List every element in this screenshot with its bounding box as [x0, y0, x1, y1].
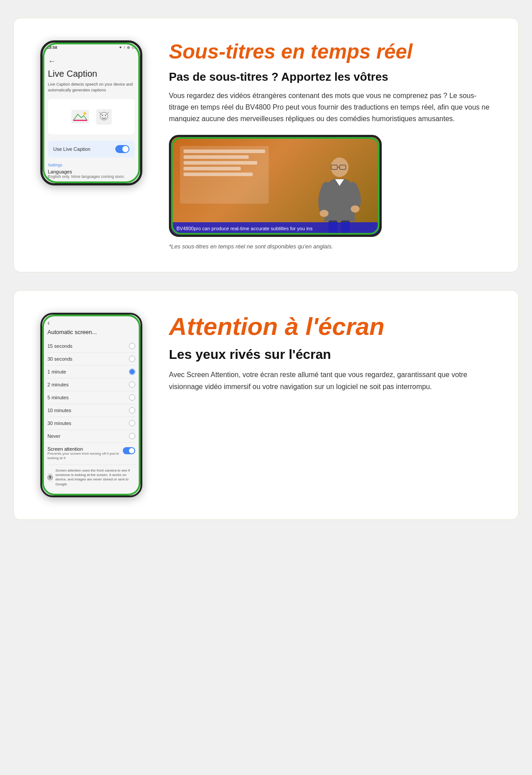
settings-item-2m[interactable]: 2 minutes	[47, 378, 135, 391]
phone-mockup-live-caption: 18:58 ✦ ↑ ⊕ ▭ ← Live Caption Live Captio…	[40, 40, 142, 185]
languages-sub: English only. More languages coming soon…	[48, 174, 135, 179]
screen-attention-footnote: Screen attention uses the front camera t…	[55, 468, 135, 487]
camera-icon-row: Screen attention uses the front camera t…	[47, 465, 135, 491]
wifi-icon: ⊕	[127, 45, 130, 50]
item-label-5m: 5 minutes	[47, 395, 69, 400]
section2-content: Attention à l'écran Les yeux rivés sur l…	[169, 313, 492, 393]
toggle-label: Use Live Caption	[53, 146, 90, 152]
subtitle-bar: BV4800pro can produce real-time accurate…	[171, 222, 379, 235]
settings-phone-mockup: ‹ Automatic screen... 15 seconds 30 seco…	[40, 313, 142, 497]
slide-line-1	[184, 149, 265, 153]
screen-attention-sub: Prevents your screen from turning off if…	[47, 452, 119, 461]
bluetooth-icon: ✦	[119, 45, 122, 50]
item-label-30m: 30 minutes	[47, 421, 71, 426]
settings-item-never[interactable]: Never	[47, 430, 135, 443]
settings-item-15s[interactable]: 15 seconds	[47, 340, 135, 353]
landscape-phone-mockup: BV4800pro can produce real-time accurate…	[169, 135, 382, 237]
signal-icon: ↑	[124, 45, 126, 50]
phone-icons: ✦ ↑ ⊕ ▭	[119, 45, 136, 50]
settings-item-5m[interactable]: 5 minutes	[47, 391, 135, 404]
live-caption-subtitle: Live Caption detects speech on your devi…	[48, 82, 135, 93]
radio-5m[interactable]	[129, 394, 135, 401]
settings-screen: ‹ Automatic screen... 15 seconds 30 seco…	[42, 315, 141, 496]
live-caption-title: Live Caption	[48, 69, 135, 79]
radio-30s[interactable]	[129, 356, 135, 362]
item-label-never: Never	[47, 433, 60, 439]
settings-label: Settings	[48, 163, 135, 167]
radio-never[interactable]	[129, 433, 135, 439]
screen-attention-row[interactable]: Screen attention Prevents your screen fr…	[47, 443, 135, 465]
settings-item-10m[interactable]: 10 minutes	[47, 404, 135, 417]
radio-2m[interactable]	[129, 382, 135, 388]
section1-content: Sous-titres en temps réel Pas de sous-ti…	[169, 40, 492, 250]
svg-rect-2	[73, 120, 87, 121]
slide-line-4	[184, 167, 241, 170]
settings-back-icon[interactable]: ‹	[47, 319, 135, 327]
slide-line-3	[184, 161, 257, 165]
page-wrapper: 18:58 ✦ ↑ ⊕ ▭ ← Live Caption Live Captio…	[0, 0, 532, 538]
section2-card: ‹ Automatic screen... 15 seconds 30 seco…	[13, 290, 519, 520]
svg-point-1	[83, 112, 86, 115]
section2-body: Avec Screen Attention, votre écran reste…	[169, 369, 492, 393]
phone-status-bar: 18:58 ✦ ↑ ⊕ ▭	[43, 43, 140, 52]
section2-main-title: Attention à l'écran	[169, 313, 492, 340]
svg-point-12	[351, 205, 360, 212]
screen-attention-toggle[interactable]	[123, 447, 135, 454]
svg-point-6	[105, 114, 106, 116]
subtitle-text: BV4800pro can produce real-time accurate…	[176, 226, 313, 231]
presentation-slide	[180, 146, 269, 204]
landscape-screen: BV4800pro can produce real-time accurate…	[171, 137, 379, 235]
section1-body: Vous regardez des vidéos étrangères cont…	[169, 90, 492, 125]
section1-card: 18:58 ✦ ↑ ⊕ ▭ ← Live Caption Live Captio…	[13, 18, 519, 272]
phone-screen: ← Live Caption Live Caption detects spee…	[43, 52, 140, 183]
slide-line-2	[184, 155, 249, 159]
screen-attention-title: Screen attention	[47, 446, 119, 452]
presenter-silhouette	[309, 146, 371, 235]
settings-item-1m[interactable]: 1 minute	[47, 366, 135, 378]
settings-item-30s[interactable]: 30 seconds	[47, 353, 135, 366]
svg-point-11	[320, 210, 329, 217]
settings-screen-header: Automatic screen...	[47, 329, 135, 335]
radio-30m[interactable]	[129, 420, 135, 426]
phone-time: 18:58	[47, 45, 57, 50]
item-label-2m: 2 minutes	[47, 382, 69, 387]
radio-10m[interactable]	[129, 407, 135, 413]
back-arrow-icon[interactable]: ←	[48, 57, 135, 66]
item-label-1m: 1 minute	[47, 369, 66, 374]
screen-attention-text: Screen attention Prevents your screen fr…	[47, 446, 119, 461]
radio-1m[interactable]	[129, 369, 135, 375]
camera-icon	[47, 473, 53, 482]
face-icon	[96, 109, 112, 125]
section1-footnote: *Les sous-titres en temps réel ne sont d…	[169, 243, 492, 250]
svg-point-15	[49, 476, 51, 479]
mountain-icon	[71, 110, 89, 123]
svg-rect-3	[96, 109, 112, 125]
slide-line-5	[184, 173, 253, 176]
section2-subtitle: Les yeux rivés sur l'écran	[169, 347, 492, 362]
languages-title: Languages	[48, 169, 135, 174]
live-caption-image-area	[48, 99, 135, 134]
use-live-caption-row[interactable]: Use Live Caption	[48, 141, 135, 157]
svg-point-5	[102, 114, 103, 116]
section1-main-title: Sous-titres en temps réel	[169, 40, 492, 63]
item-label-10m: 10 minutes	[47, 408, 71, 413]
radio-15s[interactable]	[129, 343, 135, 349]
settings-item-30m[interactable]: 30 minutes	[47, 417, 135, 430]
section1-subtitle: Pas de sous-titres ? Apportez les vôtres	[169, 70, 492, 84]
battery-icon: ▭	[132, 45, 136, 50]
live-caption-toggle[interactable]	[115, 145, 129, 153]
item-label-15s: 15 seconds	[47, 343, 72, 349]
item-label-30s: 30 seconds	[47, 356, 72, 362]
